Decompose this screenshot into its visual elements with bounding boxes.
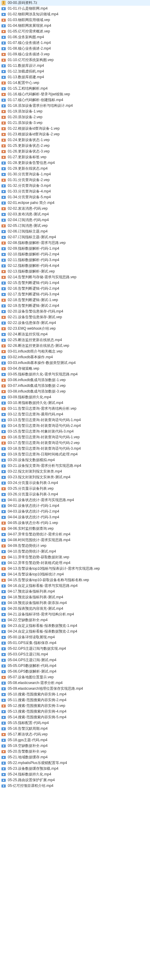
file-row[interactable]: 02-15.告警判断逻辑-代码-1.mp4 bbox=[0, 280, 150, 286]
file-row[interactable]: 01-31.分页查询设备-2.vep bbox=[0, 177, 150, 183]
file-row[interactable]: 02-22.设备信息保存-测试.mp4 bbox=[0, 320, 150, 326]
file-row[interactable]: 02-09.指标数据解析-代码-1.mp4 bbox=[0, 246, 150, 251]
file-row[interactable]: 01-19.添加设备-1.vep bbox=[0, 108, 150, 114]
file-row[interactable]: 02-04.订阅消息-代码.mp4 bbox=[0, 217, 150, 223]
file-row[interactable]: 03-11.告警日志查询-需求与表结构分析.vep bbox=[0, 406, 150, 412]
file-row[interactable]: 01-12.加载虚拟机.mp4 bbox=[0, 68, 150, 74]
file-row[interactable]: 01-13.数据库搭建.mp4 bbox=[0, 74, 150, 80]
file-row[interactable]: 01-11.数据库设计.mp4 bbox=[0, 63, 150, 68]
file-row[interactable]: 01-17.核心代码解析-创建指标.mp4 bbox=[0, 97, 150, 103]
file-row[interactable]: 04-09.告警趋势统计.vep bbox=[0, 543, 150, 549]
file-row[interactable]: 04-06.实时监控数据查询.vep bbox=[0, 526, 150, 531]
file-row[interactable]: 05-10.搜索-范围搜索内容实例-1.mp4 bbox=[0, 692, 150, 697]
file-row[interactable]: 01-14.配置中心.vep bbox=[0, 80, 150, 86]
file-row[interactable]: 02-26.断连监控更新在线状态-测试.vep bbox=[0, 343, 150, 348]
file-row[interactable]: 04-13.告警设备top10指标与报表设计-需求与实现思路.vep bbox=[0, 566, 150, 571]
file-row[interactable]: 01-08.核心业务描述-2.mp4 bbox=[0, 46, 150, 51]
file-row[interactable]: 05-22.mybatisPlus乐观锁配置等.mp4 bbox=[0, 760, 150, 766]
file-row[interactable]: 01-33.分页查询设备-4.mp4 bbox=[0, 189, 150, 194]
file-row[interactable]: 05-05.GPS数据解析-代码.mp4 bbox=[0, 663, 150, 669]
file-row[interactable]: 02-05.订阅消息-测试.vep bbox=[0, 223, 150, 229]
file-row[interactable]: 02-02.发送消息-代码.vep bbox=[0, 206, 150, 212]
file-row[interactable]: 04-05.设备状态分布-代码-1.vep bbox=[0, 520, 150, 526]
file-row[interactable]: 05-17.断连状态-代码.vep bbox=[0, 732, 150, 737]
file-row[interactable]: 05-00.设备详情读取展现.mp4 bbox=[0, 635, 150, 640]
file-row[interactable]: 01-30.分页查询设备-1.mp4 bbox=[0, 172, 150, 177]
file-row[interactable]: 02-13.指标数据解析-测试.vep bbox=[0, 269, 150, 274]
file-row[interactable]: 04-10.告警趋势统计-测试.mp4 bbox=[0, 549, 150, 554]
file-row[interactable]: 04-11.异常告警趋势-获取数据封装.vep bbox=[0, 554, 150, 560]
file-row[interactable]: 04-12.异常告警趋势-封装格式处理.mp4 bbox=[0, 560, 150, 566]
file-row[interactable]: 03-24.分页显示设备列表-3.mp4 bbox=[0, 480, 150, 486]
file-row[interactable]: 03-01.influxdb简介与相关概念.vep bbox=[0, 348, 150, 354]
file-row[interactable]: 02-07.订阅指标主题-测试.mp4 bbox=[0, 234, 150, 240]
file-row[interactable]: 05-19.空缺数据补全.mp4 bbox=[0, 743, 150, 749]
file-row[interactable]: 03-08.influxdb集成与添加数据-3.vep bbox=[0, 389, 150, 395]
file-row[interactable]: 02-19.告警判断逻辑-测试-2.mp4 bbox=[0, 303, 150, 309]
file-row[interactable]: 01-21.添加设备-3.vep bbox=[0, 120, 150, 126]
file-row[interactable]: 03-07.influxdb集成与添加数据-2.vep bbox=[0, 383, 150, 389]
file-row[interactable]: 02-17.告警判断逻辑-代码-3.mp4 bbox=[0, 291, 150, 297]
file-row[interactable]: 01-06.业务架构图.mp4 bbox=[0, 34, 150, 40]
file-row[interactable]: 01-24.更新设备状态-1.vep bbox=[0, 137, 150, 143]
file-row[interactable]: 04-17.预览设备指标列表.mp4 bbox=[0, 589, 150, 594]
file-row[interactable]: 01-34.分页查询设备-5.mp4 bbox=[0, 194, 150, 200]
file-row[interactable]: 02-16.告警判断逻辑-代码-2.mp4 bbox=[0, 286, 150, 291]
file-row[interactable]: 04-21.设备指标详情-需求与结构分析.mp4 bbox=[0, 611, 150, 617]
file-row[interactable]: 04-22.空缺数据补全.mp4 bbox=[0, 617, 150, 623]
file-row[interactable]: 03-05.指标数据持久化-需求与实现思路.mp4 bbox=[0, 371, 150, 377]
file-row[interactable]: 04-04.设备状态统计-代码-3.mp4 bbox=[0, 514, 150, 520]
file-row[interactable]: 02-20.设备告警信息保存-代码.mp4 bbox=[0, 309, 150, 314]
file-row[interactable]: 05-20.告警数据补全.vep bbox=[0, 749, 150, 754]
file-row[interactable]: 02-14.告警判断与存储-需求与实现思路.vep bbox=[0, 274, 150, 280]
file-row[interactable]: 04-16.自定义指标看板-需求与实现思路.mp4 bbox=[0, 583, 150, 589]
file-row[interactable]: 01-16.核心代码解析-登录与jwt校验.vep bbox=[0, 91, 150, 97]
file-row[interactable]: 03-18.告警日志查询-封装查询语句代码-3.mp4 bbox=[0, 446, 150, 452]
file-row[interactable]: 04-03.设备状态统计-代码-2.mp4 bbox=[0, 509, 150, 514]
file-row[interactable]: 03-19.告警日志查询-日期时间格式处理.mp4 bbox=[0, 452, 150, 457]
file-row[interactable]: 01-04.物联网发展现状.mp4 bbox=[0, 23, 150, 29]
file-row[interactable]: 05-09.elasticsearch地理位置保存实现思路.mp4 bbox=[0, 686, 150, 692]
file-row[interactable]: 03-16.告警日志查询-封装查询语句代码-1.vep bbox=[0, 434, 150, 440]
file-row[interactable]: 02-21.设备告警信息保存-测试.vep bbox=[0, 314, 150, 320]
file-row[interactable]: 03-22.报文封装到报文实体类.mp4 bbox=[0, 469, 150, 474]
file-row[interactable]: 05-21.地域数据缓存.mp4 bbox=[0, 754, 150, 760]
file-row[interactable]: 05-01.GPS采集-指标保存.mp4 bbox=[0, 640, 150, 646]
file-row[interactable]: 05-16.告警沉默周期.mp4 bbox=[0, 726, 150, 732]
file-row[interactable]: 01-27.更新设备标签.vep bbox=[0, 154, 150, 160]
file-row[interactable]: 03-06.influxdb集成与添加数据-1.vep bbox=[0, 377, 150, 383]
file-row[interactable]: 02-25.断连监控更新在线状态.mp4 bbox=[0, 337, 150, 343]
file-row[interactable]: 01-05.亿可控需求概述.vep bbox=[0, 29, 150, 34]
file-row[interactable]: 04-15.告警设备top10-获取设备名称与指标名称.vep bbox=[0, 577, 150, 583]
file-row[interactable]: 04-23.自定义指标看板-报表数据预览-1.mp4 bbox=[0, 623, 150, 628]
file-row[interactable]: 03-26.分页显示设备列表-3.mp4 bbox=[0, 492, 150, 497]
file-row[interactable]: 01-32.分页查询设备-3.mp4 bbox=[0, 183, 150, 189]
file-row[interactable]: 02-18.告警判断逻辑-测试-1.vep bbox=[0, 297, 150, 303]
file-row[interactable]: 05-12.搜索-范围搜索内容实例-3.vep bbox=[0, 703, 150, 709]
file-row[interactable]: 05-11.搜索-范围搜索内容实例-2.mp4 bbox=[0, 697, 150, 703]
file-row[interactable]: 05-08.elasticsearch-需求分析.mp4 bbox=[0, 680, 150, 686]
file-row[interactable]: 02-12.指标数据解析-代码-4.mp4 bbox=[0, 263, 150, 269]
file-row[interactable]: 03-02.influxdb基本操作.mp4 bbox=[0, 354, 150, 360]
file-row[interactable]: 05-亿可控项目课程介绍.mp4 bbox=[0, 783, 150, 789]
file-row[interactable]: 01-28.更新设备告警信息.mp4 bbox=[0, 160, 150, 166]
file-row[interactable]: 05-24.指标数据持久化.mp4 bbox=[0, 772, 150, 777]
file-row[interactable]: 02-10.指标数据解析-代码-2.mp4 bbox=[0, 251, 150, 257]
file-row[interactable]: 05-14.搜索-范围搜索内容实例-5.mp4 bbox=[0, 714, 150, 720]
file-row[interactable]: 03-03.influxdb基本操作-数据类型测试.mp4 bbox=[0, 360, 150, 366]
file-row[interactable]: 04-24.自定义指标看板-报表数据预览-2.mp4 bbox=[0, 628, 150, 635]
file-row[interactable]: 02-24.断连监控实现.mp4 bbox=[0, 331, 150, 337]
file-row[interactable]: 01-26.更新设备状态-3.vep bbox=[0, 149, 150, 154]
file-row[interactable]: 03-15.告警日志查询-对象封装代码-3.mp4 bbox=[0, 429, 150, 434]
file-row[interactable]: 01-15.工程结构解析.mp4 bbox=[0, 86, 150, 91]
file-row[interactable]: 04-02.设备状态统计-代码-1.mp4 bbox=[0, 503, 150, 509]
file-row[interactable]: 01-18.添加设备需求分析与结构设计.mp4 bbox=[0, 103, 150, 108]
file-row[interactable]: 05-15.指标配置-代码.mp4 bbox=[0, 720, 150, 726]
file-row[interactable]: 03-13.告警日志查询-封装查询语句代码-1.mp4 bbox=[0, 417, 150, 423]
file-row[interactable]: 04-01.设备状态统计-需求与实现思路.mp4 bbox=[0, 497, 150, 503]
file-row[interactable]: 01-10.亿可控系统架构图.vep bbox=[0, 57, 150, 63]
file-row[interactable]: 01-01.什么是物联网.mp4 bbox=[0, 6, 150, 11]
file-row[interactable]: 04-19.预览设备指标列表-新添加.mp4 bbox=[0, 600, 150, 606]
file-row[interactable]: 03-20.设备报文数据模拟.mp4 bbox=[0, 457, 150, 463]
file-row[interactable]: 05-07.设备地图位置显示.vep bbox=[0, 675, 150, 680]
